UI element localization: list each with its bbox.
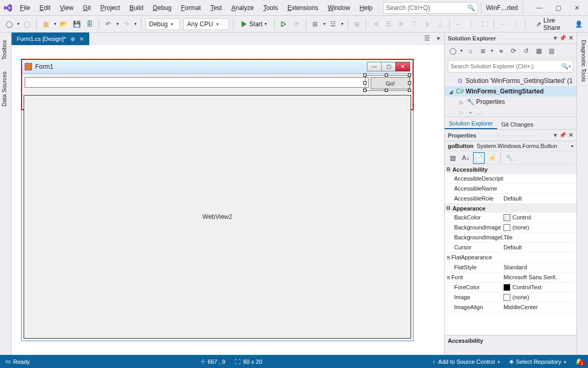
search-box[interactable]: Search (Ctrl+Q) 🔍 <box>383 2 478 14</box>
size-h-icon[interactable]: ↕ <box>467 18 477 30</box>
tree-properties[interactable]: ▷ 🔧 Properties <box>445 97 576 107</box>
menu-test[interactable]: Test <box>206 2 226 14</box>
save-icon[interactable]: 💾 <box>72 18 82 30</box>
tree-project[interactable]: ◢ C# WinForms_GettingStarted <box>445 86 576 97</box>
se-back-icon[interactable]: ◯ <box>448 46 457 56</box>
prop-row[interactable]: AccessibleRoleDefault <box>445 194 576 204</box>
align-mid-icon[interactable]: ≡ <box>423 18 433 30</box>
redo-icon[interactable]: ↷ <box>122 18 132 30</box>
vspace-icon[interactable]: ⋮ <box>511 18 521 30</box>
sel-handle[interactable] <box>408 81 411 85</box>
save-all-icon[interactable]: 🗄 <box>85 18 95 30</box>
menu-help[interactable]: Help <box>355 2 377 14</box>
notifications-button[interactable]: 🔔 2 <box>575 358 583 365</box>
tb-ic1[interactable]: ⊞ <box>310 18 320 30</box>
sel-handle[interactable] <box>408 73 411 77</box>
prop-row[interactable]: BackgroundImage(none) <box>445 223 576 233</box>
prop-row[interactable]: AccessibleName <box>445 184 576 194</box>
design-surface[interactable]: Form1 — ▢ ✕ Go! <box>12 45 444 355</box>
prop-row[interactable]: CursorDefault <box>445 243 576 253</box>
add-source-control[interactable]: ↑ Add to Source Control ▴ <box>433 359 500 365</box>
menu-debug[interactable]: Debug <box>149 2 175 14</box>
size-w-icon[interactable]: ↔ <box>454 18 464 30</box>
tree-item[interactable]: ▷▪… <box>445 107 576 117</box>
hot-reload-icon[interactable]: ⟳ <box>292 18 302 30</box>
sel-handle[interactable] <box>363 81 366 85</box>
se-refresh-icon[interactable]: ⟳ <box>509 46 518 56</box>
se-prop-icon[interactable]: ▦ <box>534 46 543 56</box>
solution-tree[interactable]: ⧉ Solution 'WinForms_GettingStarted' (1 … <box>445 75 576 117</box>
tb-ic2[interactable]: ☳ <box>329 18 339 30</box>
se-collapse-icon[interactable]: ↺ <box>521 46 531 56</box>
pin-icon[interactable]: 📌 <box>559 132 566 139</box>
menu-project[interactable]: Project <box>96 2 124 14</box>
prop-category[interactable]: ⊟ Accessibility <box>445 165 576 174</box>
go-button[interactable]: Go! <box>371 77 410 89</box>
se-preview-icon[interactable]: ▥ <box>547 46 556 56</box>
side-tab-data-sources[interactable]: Data Sources <box>0 69 11 109</box>
form-body[interactable]: Go! WebVie <box>22 74 413 341</box>
panel-close-icon[interactable]: ✕ <box>569 35 573 41</box>
se-home-icon[interactable]: ⌂ <box>466 46 475 56</box>
events-icon[interactable]: ⚡ <box>486 152 498 164</box>
form-window[interactable]: Form1 — ▢ ✕ Go! <box>21 59 414 341</box>
size-both-icon[interactable]: ⛶ <box>480 18 490 30</box>
sel-handle[interactable] <box>363 89 366 92</box>
property-pages-icon[interactable]: 🔧 <box>503 152 515 164</box>
panel-options-icon[interactable]: ▾ <box>554 35 557 41</box>
sel-handle[interactable] <box>408 89 411 92</box>
prop-row[interactable]: Image(none) <box>445 292 576 302</box>
prop-row[interactable]: FlatStyleStandard <box>445 262 576 272</box>
menu-tools[interactable]: Tools <box>259 2 282 14</box>
sel-handle[interactable] <box>385 89 388 92</box>
align-center-icon[interactable]: ☰ <box>384 18 394 30</box>
start-no-debug-icon[interactable] <box>279 18 289 30</box>
maximize-button[interactable]: ▢ <box>549 2 567 14</box>
se-search[interactable]: Search Solution Explorer (Ctrl+;) 🔍 ▾ <box>448 60 573 72</box>
tab-dropdown-icon[interactable]: ▾ <box>433 33 444 44</box>
select-repository[interactable]: ◈ Select Repository ▴ <box>509 358 566 365</box>
menu-file[interactable]: File <box>16 2 34 14</box>
platform-dropdown[interactable]: Any CPU▾ <box>183 18 229 30</box>
align-top-icon[interactable]: ⊤ <box>410 18 419 30</box>
pin-icon[interactable]: 📌 <box>559 35 566 41</box>
prop-category[interactable]: ⊟ Appearance <box>445 204 576 213</box>
panel-close-icon[interactable]: ✕ <box>569 132 573 139</box>
tab-git-changes[interactable]: Git Changes <box>497 120 538 129</box>
doc-tab-form1[interactable]: Form1.cs [Design]* ⊕ ✕ <box>12 33 89 45</box>
sel-handle[interactable] <box>363 73 366 77</box>
tab-overflow-icon[interactable]: ☰ <box>421 33 433 44</box>
hspace-icon[interactable]: ⋯ <box>498 18 508 30</box>
sel-handle[interactable] <box>385 73 388 77</box>
tab-solution-explorer[interactable]: Solution Explorer <box>445 119 497 129</box>
menu-edit[interactable]: Edit <box>35 2 55 14</box>
close-tab-icon[interactable]: ✕ <box>79 36 84 43</box>
prop-row[interactable]: BackColorControl <box>445 213 576 223</box>
webview2-control[interactable]: WebView2 <box>24 95 411 339</box>
prop-row[interactable]: ImageAlignMiddleCenter <box>445 302 576 312</box>
prop-row[interactable]: ForeColorControlText <box>445 282 576 292</box>
menu-format[interactable]: Format <box>177 2 205 14</box>
pin-icon[interactable]: ⊕ <box>70 36 75 43</box>
se-pending-icon[interactable]: ⎈ <box>496 46 506 56</box>
menu-build[interactable]: Build <box>125 2 148 14</box>
prop-row[interactable]: ⊞FontMicrosoft Sans Serif, <box>445 272 576 282</box>
nav-back-icon[interactable]: ◯ <box>4 18 14 30</box>
prop-row[interactable]: ⊞FlatAppearance <box>445 253 576 262</box>
menu-git[interactable]: Git <box>79 2 95 14</box>
nav-fwd-icon[interactable]: ◯ <box>23 18 33 30</box>
align-left-icon[interactable]: ⫷ <box>371 18 381 30</box>
config-dropdown[interactable]: Debug▾ <box>145 18 180 30</box>
panel-options-icon[interactable]: ▾ <box>554 132 557 139</box>
property-object-selector[interactable]: goButton System.Windows.Forms.Button ▾ <box>445 141 576 151</box>
close-button[interactable]: ✕ <box>568 2 586 14</box>
align-right-icon[interactable]: ⫸ <box>396 18 406 30</box>
start-button[interactable]: Start▾ <box>238 20 270 28</box>
diagnostic-tools-tab[interactable]: Diagnostic Tools <box>577 38 588 84</box>
categorized-icon[interactable]: ▤ <box>447 152 458 164</box>
new-item-icon[interactable]: ▦ <box>41 18 51 30</box>
menu-window[interactable]: Window <box>323 2 354 14</box>
menu-analyze[interactable]: Analyze <box>227 2 258 14</box>
live-share-button[interactable]: ⇗ Live Share <box>533 17 571 31</box>
open-icon[interactable]: 📂 <box>59 18 69 30</box>
